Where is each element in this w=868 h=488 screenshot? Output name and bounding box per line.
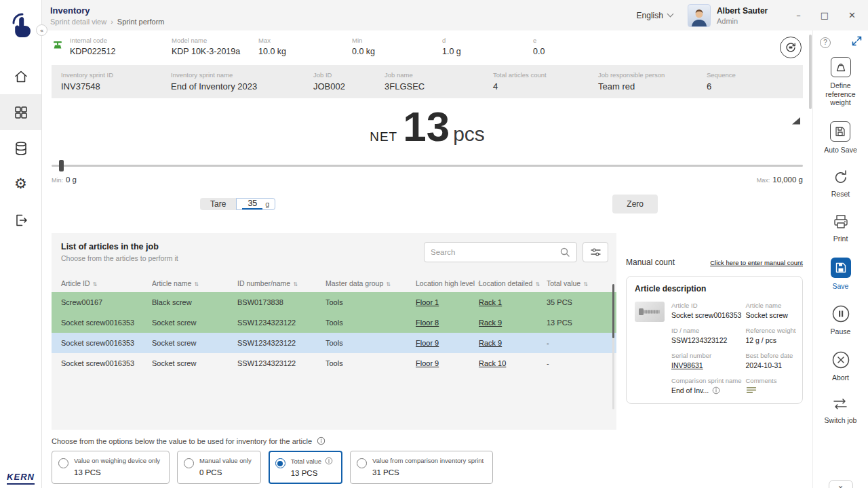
article-row-selected[interactable]: Socket screw0016353 Socket screw SSW1234… [52, 333, 616, 353]
field-value: Team red [598, 81, 707, 92]
nav-database[interactable] [0, 130, 41, 166]
column-header-location-detailed[interactable]: Location detailed [479, 279, 547, 287]
desc-field-best-before: Best before date 2024-10-31 [746, 352, 796, 369]
filter-button[interactable] [583, 242, 608, 262]
column-header-id-number[interactable]: ID number/name [237, 279, 326, 287]
field-value: Socket screw [746, 311, 796, 319]
info-icon[interactable] [325, 457, 333, 465]
grid-icon [13, 104, 29, 121]
rack-link[interactable]: Rack 10 [479, 359, 506, 367]
column-header-article-id[interactable]: Article ID [52, 279, 152, 287]
column-header-article-name[interactable]: Article name [152, 279, 237, 287]
help-button[interactable]: ? [820, 37, 831, 48]
field-value: 4 [493, 81, 598, 92]
sort-icon[interactable] [293, 279, 298, 287]
radio-unchecked[interactable] [58, 458, 68, 468]
window-maximize-button[interactable]: □ [821, 10, 829, 20]
action-abort[interactable]: Abort [831, 350, 850, 382]
article-row[interactable]: Socket screw0016353 Socket screw SSW1234… [52, 353, 616, 373]
floor-link[interactable]: Floor 1 [416, 298, 439, 306]
cell-article-name: Socket screw [152, 359, 237, 367]
article-row[interactable]: Screw00167 Black screw BSW0173838 Tools … [52, 292, 616, 312]
action-save[interactable]: Save [831, 258, 851, 291]
rack-link[interactable]: Rack 9 [479, 339, 502, 347]
action-print[interactable]: Print [832, 213, 850, 243]
slider-track[interactable] [52, 165, 803, 167]
articles-title: List of articles in the job [61, 242, 178, 251]
column-header-master-data-group[interactable]: Master data group [326, 279, 416, 287]
action-label: Print [833, 235, 848, 243]
sidebar-collapse-button[interactable]: « [36, 24, 47, 36]
field-label: Sequence [707, 71, 793, 79]
window-close-button[interactable]: ✕ [848, 10, 856, 20]
comments-icon[interactable] [746, 386, 757, 394]
nav-home[interactable] [0, 58, 41, 94]
reference-weight-icon [831, 57, 851, 77]
article-row[interactable]: Socket screw0016353 Socket screw SSW1234… [52, 312, 616, 333]
sort-icon[interactable] [535, 279, 540, 287]
info-icon[interactable] [712, 386, 720, 394]
option-label: Manual value only [199, 457, 252, 464]
action-define-reference-weight[interactable]: Define reference weight [819, 57, 863, 107]
page-title: Inventory [50, 5, 165, 16]
min-label: Min: [52, 177, 63, 184]
option-value: 13 PCS [74, 468, 160, 476]
breadcrumb-current: Sprint perform [117, 18, 165, 26]
kern-wordmark: KERN [7, 472, 35, 485]
table-scrollbar[interactable] [612, 284, 614, 409]
field-value: End of Inv... [671, 386, 742, 394]
field-value: Socket screw0016353 [671, 311, 742, 319]
search-input[interactable] [431, 248, 559, 256]
column-header-location-high[interactable]: Location high level [416, 279, 479, 287]
sort-icon[interactable] [93, 279, 98, 287]
sort-icon[interactable] [583, 279, 588, 287]
tare-value-input[interactable] [242, 199, 262, 209]
action-reset[interactable]: Reset [831, 168, 850, 199]
window-minimize-button[interactable]: – [796, 10, 801, 20]
nav-logout[interactable] [0, 202, 41, 238]
user-info: Albert Sauter Admin [717, 6, 768, 25]
rack-link[interactable]: Rack 1 [479, 298, 502, 306]
sort-icon[interactable] [194, 279, 199, 287]
app-logo [7, 5, 35, 50]
radio-unchecked[interactable] [357, 458, 367, 468]
slider-handle[interactable] [59, 160, 64, 171]
action-auto-save[interactable]: Auto Save [824, 121, 856, 155]
radio-checked[interactable] [275, 458, 285, 468]
manual-count-link[interactable]: Click here to enter manual count [710, 259, 803, 266]
more-actions-button[interactable]: ⌄ [829, 480, 853, 488]
tare-button[interactable]: Tare [200, 198, 236, 210]
option-manual-value-only[interactable]: Manual value only 0 PCS [177, 451, 261, 484]
field-label: Inventory sprint ID [61, 71, 171, 79]
device-info-row: Internal code KDP022512 Model name KDP 1… [42, 30, 812, 58]
article-description-title: Article description [635, 284, 794, 293]
floor-link[interactable]: Floor 9 [416, 359, 439, 367]
cell-article-id: Screw00167 [52, 298, 152, 306]
action-pause[interactable]: Pause [831, 304, 851, 336]
action-switch-job[interactable]: Switch job [825, 396, 857, 425]
expand-panel-button[interactable] [852, 36, 862, 49]
option-total-value[interactable]: Total value 13 PCS [269, 451, 342, 484]
column-header-total-value[interactable]: Total value [547, 279, 616, 287]
field-value: 2024-10-31 [746, 361, 796, 369]
language-selector[interactable]: English [637, 11, 673, 20]
option-weighing-device-only[interactable]: Value on weighing device only 13 PCS [52, 451, 170, 484]
articles-panel: List of articles in the job Choose from … [52, 233, 616, 430]
serial-number-link[interactable]: INV98631 [671, 361, 742, 369]
desc-field-article-id: Article ID Socket screw0016353 [671, 302, 742, 319]
option-comparison-sprint-value[interactable]: Value from comparison inventory sprint 3… [350, 451, 493, 484]
user-menu[interactable]: Albert Sauter Admin [688, 4, 768, 27]
radio-unchecked[interactable] [184, 458, 194, 468]
zero-button[interactable]: Zero [612, 195, 658, 214]
field-label: e [533, 37, 614, 44]
breadcrumb-parent[interactable]: Sprint detail view [50, 18, 106, 26]
floor-link[interactable]: Floor 8 [416, 319, 439, 327]
table-scrollbar-thumb[interactable] [612, 284, 614, 338]
info-icon[interactable] [317, 436, 326, 445]
nav-settings[interactable]: ⚙ [0, 166, 41, 202]
switch-device-button[interactable] [780, 37, 802, 58]
nav-inventory[interactable] [0, 94, 41, 130]
sort-icon[interactable] [386, 279, 391, 287]
floor-link[interactable]: Floor 9 [416, 339, 439, 347]
rack-link[interactable]: Rack 9 [479, 319, 502, 327]
